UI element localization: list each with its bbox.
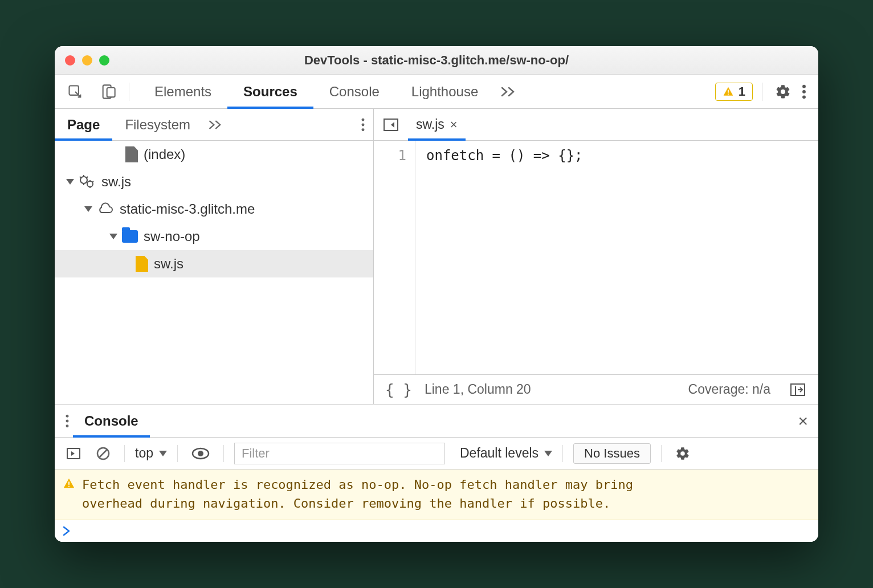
close-drawer-icon[interactable]: × xyxy=(794,408,811,434)
console-output: Fetch event handler is recognized as no-… xyxy=(55,469,818,542)
tab-console[interactable]: Console xyxy=(313,75,395,109)
svg-rect-23 xyxy=(68,481,70,485)
context-label: top xyxy=(135,446,153,461)
line-number: 1 xyxy=(374,148,406,164)
svg-point-11 xyxy=(80,177,87,183)
zoom-window-button[interactable] xyxy=(99,55,109,66)
clear-console-icon[interactable] xyxy=(92,443,114,464)
prompt-chevron-icon xyxy=(63,526,71,536)
close-window-button[interactable] xyxy=(65,55,75,66)
tab-lighthouse[interactable]: Lighthouse xyxy=(395,75,494,109)
warning-message: Fetch event handler is recognized as no-… xyxy=(82,475,686,513)
svg-point-17 xyxy=(66,424,69,427)
svg-point-15 xyxy=(66,414,69,417)
tabs-overflow[interactable] xyxy=(494,75,524,109)
caret-down-icon xyxy=(544,451,552,456)
window-title: DevTools - static-misc-3.glitch.me/sw-no… xyxy=(55,53,818,68)
panel-tabs: Elements Sources Console Lighthouse xyxy=(138,75,524,109)
toolbar-divider xyxy=(762,83,762,101)
window-controls xyxy=(65,55,109,66)
drawer-tabs: Console × xyxy=(55,405,818,438)
code-area[interactable]: 1 onfetch = () => {}; xyxy=(374,141,818,374)
console-settings-icon[interactable] xyxy=(672,443,693,464)
disclosure-triangle-icon xyxy=(84,206,92,212)
caret-down-icon xyxy=(159,451,167,456)
code-content: onfetch = () => {}; xyxy=(416,141,583,374)
tree-label: sw.js xyxy=(154,256,183,272)
svg-rect-24 xyxy=(68,486,70,487)
tree-label: sw.js xyxy=(101,174,131,190)
warning-triangle-icon xyxy=(723,86,734,97)
log-levels-selector[interactable]: Default levels xyxy=(460,446,552,461)
tree-label: sw-no-op xyxy=(144,228,200,244)
warnings-badge[interactable]: 1 xyxy=(715,83,753,101)
tab-sources[interactable]: Sources xyxy=(227,75,313,109)
issues-button[interactable]: No Issues xyxy=(573,443,651,464)
code-editor: sw.js × 1 onfetch = () => {}; { } Line 1… xyxy=(374,109,818,404)
main-toolbar: Elements Sources Console Lighthouse 1 xyxy=(55,75,818,109)
console-prompt[interactable] xyxy=(55,520,818,542)
devtools-window: DevTools - static-misc-3.glitch.me/sw-no… xyxy=(55,46,818,542)
tree-item-folder[interactable]: sw-no-op xyxy=(55,223,373,250)
toggle-console-sidebar-icon[interactable] xyxy=(63,443,85,464)
sidebar-more-icon[interactable] xyxy=(357,114,369,136)
tree-item-worker[interactable]: sw.js xyxy=(55,168,373,195)
toggle-debugger-sidebar-icon[interactable] xyxy=(786,379,810,401)
close-tab-icon[interactable]: × xyxy=(450,117,458,132)
sidebar-tab-page[interactable]: Page xyxy=(55,109,112,141)
editor-tab-swjs[interactable]: sw.js × xyxy=(408,109,466,141)
minimize-window-button[interactable] xyxy=(82,55,92,66)
js-file-icon xyxy=(136,256,148,272)
editor-tab-label: sw.js xyxy=(416,117,444,132)
chevrons-right-icon xyxy=(209,120,223,130)
cursor-position: Line 1, Column 20 xyxy=(425,382,531,397)
svg-point-16 xyxy=(66,419,69,422)
device-toolbar-icon[interactable] xyxy=(97,80,120,103)
console-toolbar: top Default levels No Issues xyxy=(55,438,818,469)
console-warning-row[interactable]: Fetch event handler is recognized as no-… xyxy=(55,469,818,520)
code-line: onfetch = () => {}; xyxy=(426,148,583,164)
chevrons-right-icon xyxy=(501,86,517,97)
live-expression-icon[interactable] xyxy=(188,444,213,463)
sidebar-tabs: Page Filesystem xyxy=(55,109,373,141)
svg-rect-2 xyxy=(107,88,115,97)
tree-item-origin[interactable]: static-misc-3.glitch.me xyxy=(55,195,373,223)
service-worker-icon xyxy=(79,174,96,189)
svg-rect-3 xyxy=(728,89,729,92)
sidebar-tabs-overflow[interactable] xyxy=(203,109,229,141)
svg-point-6 xyxy=(802,90,806,93)
execution-context-selector[interactable]: top xyxy=(135,446,167,461)
sources-sidebar: Page Filesystem (index) sw.js xyxy=(55,109,374,404)
warnings-count: 1 xyxy=(739,84,745,99)
toggle-navigator-icon[interactable] xyxy=(380,114,403,136)
settings-icon[interactable] xyxy=(772,80,794,103)
levels-label: Default levels xyxy=(460,446,539,461)
pretty-print-icon[interactable]: { } xyxy=(382,381,415,398)
svg-rect-4 xyxy=(728,93,729,95)
svg-point-22 xyxy=(198,451,203,456)
more-options-icon[interactable] xyxy=(798,80,810,103)
svg-line-20 xyxy=(99,450,107,458)
drawer-more-icon[interactable] xyxy=(62,410,73,432)
tab-elements[interactable]: Elements xyxy=(138,75,227,109)
folder-icon xyxy=(122,230,138,243)
svg-point-5 xyxy=(802,84,806,88)
cloud-icon xyxy=(97,202,114,216)
sidebar-tab-filesystem[interactable]: Filesystem xyxy=(112,109,203,141)
svg-point-9 xyxy=(362,123,365,126)
coverage-status: Coverage: n/a xyxy=(688,382,770,397)
sources-panel: Page Filesystem (index) sw.js xyxy=(55,109,818,405)
document-icon xyxy=(125,146,138,162)
console-filter-input[interactable] xyxy=(234,443,445,464)
tree-item-index[interactable]: (index) xyxy=(55,141,373,168)
svg-point-7 xyxy=(802,95,806,99)
tree-label: static-misc-3.glitch.me xyxy=(120,201,255,217)
svg-point-8 xyxy=(362,118,365,121)
line-gutter: 1 xyxy=(374,141,416,374)
drawer-tab-console[interactable]: Console xyxy=(73,405,150,438)
editor-statusbar: { } Line 1, Column 20 Coverage: n/a xyxy=(374,374,818,404)
disclosure-triangle-icon xyxy=(109,234,117,239)
editor-tabs: sw.js × xyxy=(374,109,818,141)
inspect-element-icon[interactable] xyxy=(64,80,87,103)
tree-item-file-selected[interactable]: sw.js xyxy=(55,250,373,277)
